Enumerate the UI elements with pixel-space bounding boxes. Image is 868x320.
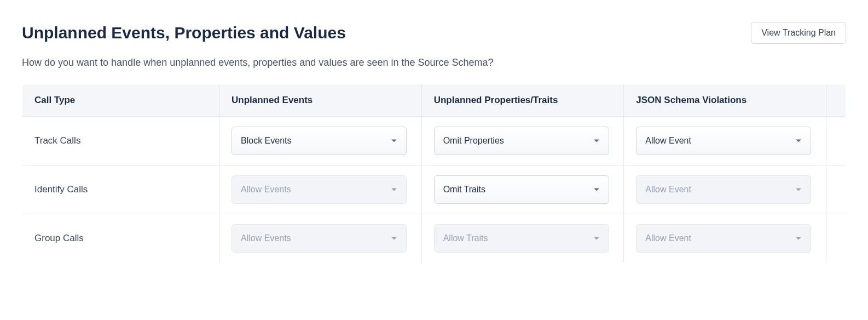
dropdown-label: Allow Traits xyxy=(443,233,488,243)
unplanned-events-cell: Allow Events xyxy=(219,214,422,263)
dropdown-label: Omit Properties xyxy=(443,136,504,146)
dropdown-label: Allow Events xyxy=(241,185,291,195)
chevron-down-icon xyxy=(391,236,397,241)
unplanned-events-cell: Block Events xyxy=(219,117,422,165)
unplanned-settings-table: Call Type Unplanned Events Unplanned Pro… xyxy=(22,84,846,263)
col-call-type: Call Type xyxy=(22,84,219,117)
chevron-down-icon xyxy=(593,236,600,241)
page-description: How do you want to handle when unplanned… xyxy=(22,57,846,68)
table-row: Track CallsBlock EventsOmit PropertiesAl… xyxy=(22,117,846,165)
dropdown-unplanned-events-2: Allow Events xyxy=(232,224,407,253)
call-type-cell: Group Calls xyxy=(22,214,219,263)
chevron-down-icon xyxy=(795,187,802,192)
unplanned-properties-traits-cell: Omit Properties xyxy=(421,117,624,165)
col-unplanned-events: Unplanned Events xyxy=(219,84,422,117)
table-row: Identify CallsAllow EventsOmit TraitsAll… xyxy=(22,165,846,214)
chevron-down-icon xyxy=(593,139,600,143)
dropdown-label: Block Events xyxy=(241,136,291,146)
dropdown-label: Allow Events xyxy=(241,233,291,243)
spacer-cell xyxy=(826,214,846,263)
spacer-cell xyxy=(826,117,846,165)
json-schema-violations-cell: Allow Event xyxy=(624,165,826,214)
dropdown-json-schema-violations-0[interactable]: Allow Event xyxy=(636,127,811,155)
dropdown-label: Allow Event xyxy=(645,136,691,146)
call-type-cell: Identify Calls xyxy=(22,165,219,214)
table-row: Group CallsAllow EventsAllow TraitsAllow… xyxy=(22,214,846,263)
unplanned-properties-traits-cell: Omit Traits xyxy=(421,165,624,214)
spacer-cell xyxy=(826,165,846,214)
dropdown-unplanned-events-1: Allow Events xyxy=(232,175,407,204)
dropdown-json-schema-violations-2: Allow Event xyxy=(636,224,811,253)
col-unplanned-properties-traits: Unplanned Properties/Traits xyxy=(421,84,624,117)
dropdown-label: Allow Event xyxy=(645,233,691,243)
dropdown-json-schema-violations-1: Allow Event xyxy=(636,175,811,204)
chevron-down-icon xyxy=(593,187,600,192)
chevron-down-icon xyxy=(795,139,802,143)
chevron-down-icon xyxy=(391,187,397,192)
col-spacer xyxy=(826,84,846,117)
chevron-down-icon xyxy=(795,236,802,241)
dropdown-label: Allow Event xyxy=(645,185,691,195)
call-type-cell: Track Calls xyxy=(22,117,219,165)
json-schema-violations-cell: Allow Event xyxy=(624,214,826,263)
dropdown-unplanned-properties-traits-1[interactable]: Omit Traits xyxy=(434,175,609,204)
json-schema-violations-cell: Allow Event xyxy=(624,117,826,165)
dropdown-unplanned-properties-traits-0[interactable]: Omit Properties xyxy=(434,127,609,155)
dropdown-unplanned-events-0[interactable]: Block Events xyxy=(232,127,407,155)
dropdown-unplanned-properties-traits-2: Allow Traits xyxy=(434,224,609,253)
page-title: Unplanned Events, Properties and Values xyxy=(22,24,346,42)
dropdown-label: Omit Traits xyxy=(443,185,485,195)
chevron-down-icon xyxy=(391,139,397,143)
unplanned-events-cell: Allow Events xyxy=(219,165,422,214)
col-json-schema-violations: JSON Schema Violations xyxy=(624,84,826,117)
unplanned-properties-traits-cell: Allow Traits xyxy=(421,214,624,263)
view-tracking-plan-button[interactable]: View Tracking Plan xyxy=(751,22,846,44)
